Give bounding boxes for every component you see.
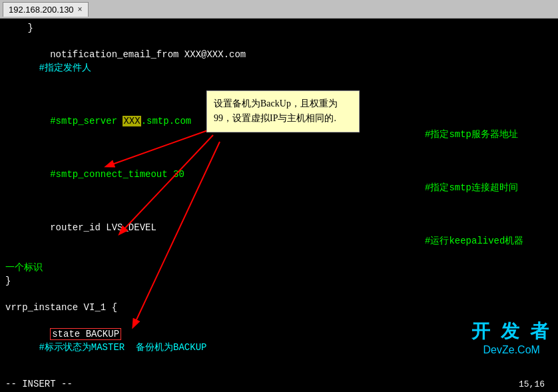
annotation-text: 设置备机为BackUp，且权重为99，设置虚拟IP与主机相同的. — [214, 98, 338, 123]
line-1: } — [5, 21, 553, 35]
annotation-box: 设置备机为BackUp，且权重为99，设置虚拟IP与主机相同的. — [206, 91, 360, 132]
line-9: vrrp_instance VI_1 { — [5, 301, 553, 314]
line-10: state BACKUP #标示状态为MASTER 备份机为BACKUP — [5, 314, 553, 367]
tab-label: 192.168.200.130 — [9, 5, 74, 15]
cursor-position: 15,16 — [519, 379, 545, 389]
status-bar: -- INSERT -- 15,16 — [0, 376, 558, 392]
watermark-line1: 开 发 者 — [471, 319, 551, 344]
line-4: #smtp_connect_timeout 30 #指定smtp连接超时间 — [5, 154, 553, 208]
line-6: 一个标识 — [5, 261, 553, 274]
watermark: 开 发 者 DevZe.CoM — [471, 319, 551, 356]
line-11: interface eth1 #设置实例绑定的网卡 — [5, 367, 553, 376]
insert-mode-label: -- INSERT -- — [5, 379, 73, 389]
editor-area: } notification_email_from XXX@XXX.com #指… — [0, 19, 558, 376]
title-bar: 192.168.200.130 × — [0, 0, 558, 19]
tab-close-button[interactable]: × — [78, 5, 83, 14]
tab[interactable]: 192.168.200.130 × — [3, 2, 89, 17]
watermark-line2: DevZe.CoM — [471, 344, 551, 356]
line-5: router_id LVS_DEVEL #运行keepalived机器 — [5, 208, 553, 261]
line-8 — [5, 288, 553, 301]
line-7: } — [5, 274, 553, 288]
